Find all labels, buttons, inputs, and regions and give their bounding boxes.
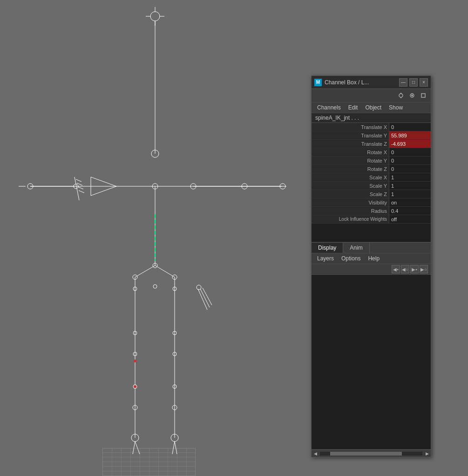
- menu-show[interactable]: Show: [385, 103, 407, 112]
- channel-row-scale-y: Scale Y 1: [312, 182, 431, 190]
- channel-label-lock-influence: Lock Influence Weights: [312, 217, 389, 222]
- channel-box-menu: Channels Edit Object Show: [312, 102, 431, 113]
- layer-action-icons: ◀▪ ◀○ ▶▪ ▶○: [312, 264, 431, 275]
- channel-value-rotate-z[interactable]: 0: [389, 165, 431, 173]
- channel-value-translate-x[interactable]: 0: [389, 123, 431, 131]
- svg-rect-64: [421, 94, 425, 97]
- menu-channels[interactable]: Channels: [313, 103, 345, 112]
- breakdown-icon[interactable]: [407, 91, 417, 100]
- channel-label-scale-z: Scale Z: [312, 191, 389, 197]
- channel-row-scale-z: Scale Z 1: [312, 190, 431, 198]
- channel-label-translate-z: Translate Z: [312, 141, 389, 147]
- tab-anim[interactable]: Anim: [343, 243, 369, 253]
- channel-row-translate-x: Translate X 0: [312, 123, 431, 131]
- menu-options[interactable]: Options: [338, 254, 364, 263]
- channel-label-rotate-z: Rotate Z: [312, 166, 389, 172]
- svg-point-39: [134, 360, 136, 362]
- channel-value-scale-y[interactable]: 1: [389, 182, 431, 190]
- svg-line-13: [79, 190, 84, 193]
- svg-point-58: [197, 285, 201, 290]
- svg-point-40: [134, 385, 136, 388]
- svg-line-26: [155, 265, 175, 277]
- scrollbar-track[interactable]: [320, 452, 422, 456]
- layers-menu-bar: Layers Options Help: [312, 253, 431, 264]
- minimize-button[interactable]: —: [399, 78, 407, 87]
- layer-move-down-icon[interactable]: ▶○: [420, 265, 428, 273]
- select-key-icon[interactable]: [419, 91, 428, 100]
- horizontal-scrollbar[interactable]: ◀ ▶: [312, 449, 431, 457]
- svg-point-54: [153, 285, 157, 288]
- channel-label-translate-y: Translate Y: [312, 133, 389, 138]
- window-controls: — □ ×: [399, 78, 428, 87]
- app-icon: M: [314, 79, 322, 86]
- channel-separator: [312, 224, 431, 242]
- layer-delete-icon[interactable]: ◀○: [401, 265, 409, 273]
- channel-row-rotate-y: Rotate Y 0: [312, 156, 431, 165]
- layers-menu-items: Layers Options Help: [313, 254, 383, 263]
- layer-create-icon[interactable]: ◀▪: [392, 265, 400, 273]
- channel-value-rotate-x[interactable]: 0: [389, 148, 431, 156]
- channel-row-rotate-x: Rotate X 0: [312, 148, 431, 156]
- channel-row-rotate-z: Rotate Z 0: [312, 165, 431, 173]
- channel-box-panel: M Channel Box / L... — □ × Channels: [311, 75, 431, 457]
- channel-row-translate-z: Translate Z -4.693: [312, 140, 431, 148]
- channel-label-radius: Radius: [312, 208, 389, 214]
- channel-label-scale-x: Scale X: [312, 175, 389, 180]
- menu-help[interactable]: Help: [364, 254, 383, 263]
- close-button[interactable]: ×: [420, 78, 428, 87]
- svg-line-55: [198, 289, 207, 310]
- keyframe-icon[interactable]: [396, 91, 406, 100]
- grid-floor: [102, 448, 196, 476]
- channel-row-visibility: Visibility on: [312, 198, 431, 207]
- svg-line-10: [76, 179, 81, 182]
- svg-line-12: [78, 187, 83, 189]
- layers-panel-content: [312, 275, 431, 449]
- svg-point-0: [150, 12, 160, 21]
- channel-label-rotate-y: Rotate Y: [312, 158, 389, 163]
- channel-label-translate-x: Translate X: [312, 124, 389, 130]
- menu-edit[interactable]: Edit: [345, 103, 362, 112]
- skeleton-canvas: [0, 0, 307, 476]
- channel-row-scale-x: Scale X 1: [312, 173, 431, 182]
- maximize-button[interactable]: □: [409, 78, 418, 87]
- title-bar: M Channel Box / L... — □ ×: [312, 76, 431, 89]
- channel-label-scale-y: Scale Y: [312, 183, 389, 189]
- channel-value-scale-z[interactable]: 1: [389, 190, 431, 198]
- channel-value-scale-x[interactable]: 1: [389, 173, 431, 181]
- channel-value-visibility[interactable]: on: [389, 198, 431, 206]
- scroll-left-arrow[interactable]: ◀: [312, 450, 319, 457]
- channel-value-lock-influence[interactable]: off: [389, 215, 431, 223]
- action-icons-bar: [312, 89, 431, 102]
- channel-row-radius: Radius 0.4: [312, 207, 431, 215]
- channel-value-radius[interactable]: 0.4: [389, 207, 431, 215]
- scroll-right-arrow[interactable]: ▶: [423, 450, 431, 457]
- layer-move-up-icon[interactable]: ▶▪: [410, 265, 419, 273]
- window-title: Channel Box / L...: [325, 79, 397, 86]
- svg-point-59: [399, 94, 403, 97]
- display-anim-tabs: Display Anim: [312, 242, 431, 253]
- channel-value-translate-y[interactable]: 55.989: [389, 131, 431, 139]
- svg-point-63: [411, 95, 413, 96]
- channel-list: Translate X 0 Translate Y 55.989 Transla…: [312, 123, 431, 224]
- channel-value-rotate-y[interactable]: 0: [389, 156, 431, 164]
- channel-label-visibility: Visibility: [312, 200, 389, 205]
- channel-label-rotate-x: Rotate X: [312, 150, 389, 155]
- menu-object[interactable]: Object: [361, 103, 385, 112]
- channel-row-lock-influence: Lock Influence Weights off: [312, 215, 431, 224]
- svg-line-25: [135, 265, 155, 277]
- selected-object-name: spineA_IK_jnt . . .: [312, 113, 431, 123]
- channel-value-translate-z[interactable]: -4.693: [389, 140, 431, 148]
- menu-layers[interactable]: Layers: [313, 254, 338, 263]
- scrollbar-thumb[interactable]: [330, 452, 402, 456]
- channel-row-translate-y: Translate Y 55.989: [312, 131, 431, 140]
- tab-display[interactable]: Display: [312, 243, 343, 253]
- viewport: M Channel Box / L... — □ × Channels: [0, 0, 468, 476]
